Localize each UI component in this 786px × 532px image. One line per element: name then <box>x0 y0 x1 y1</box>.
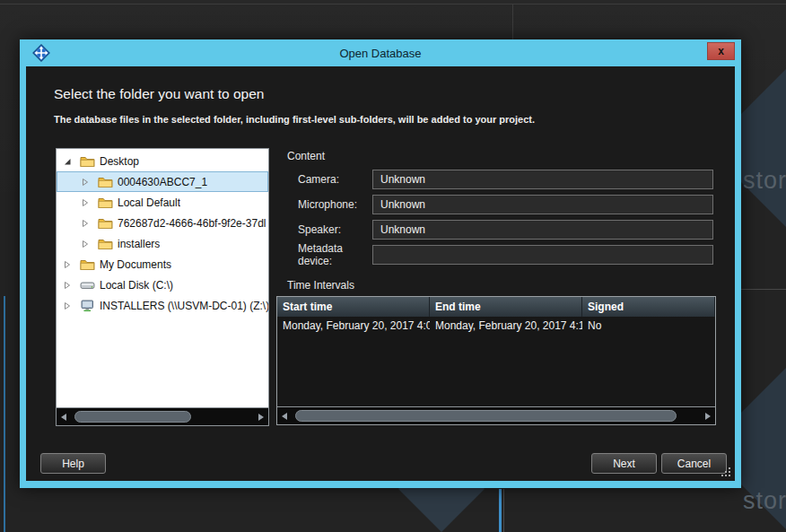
collapsed-arrow-icon[interactable] <box>63 260 72 269</box>
tree-item-my-documents[interactable]: My Documents <box>57 254 268 275</box>
workspace-divider-top <box>0 4 786 4</box>
tree-horizontal-scrollbar[interactable] <box>57 407 268 425</box>
metadata-device-field[interactable] <box>372 245 713 265</box>
collapsed-arrow-icon[interactable] <box>63 281 72 290</box>
tree-item-label: INSTALLERS (\\USVM-DC-01) (Z:\) <box>100 300 268 312</box>
end-time-cell: Monday, February 20, 2017 4:1 <box>430 317 582 335</box>
dialog-titlebar[interactable]: Open Database x <box>26 39 735 66</box>
tree-item-label: installers <box>118 238 160 250</box>
tree-item-installers[interactable]: installers <box>57 233 268 254</box>
column-header-signed[interactable]: Signed <box>582 297 715 317</box>
table-horizontal-scrollbar[interactable] <box>277 406 715 424</box>
tree-item-desktop[interactable]: Desktop <box>57 151 268 171</box>
collapsed-arrow-icon[interactable] <box>81 178 90 187</box>
workspace-divider-right <box>741 289 786 290</box>
close-button[interactable]: x <box>707 42 735 60</box>
collapsed-arrow-icon[interactable] <box>63 301 72 310</box>
metadata-device-label: Metadata device: <box>298 242 372 267</box>
tree-item-0004630abcc7-1[interactable]: 0004630ABCC7_1 <box>57 171 268 192</box>
speaker-field-row: Speaker: Unknown <box>298 220 713 240</box>
folder-icon <box>98 196 113 209</box>
camera-label: Camera: <box>298 173 372 186</box>
tree-item-label: Desktop <box>100 155 139 168</box>
microphone-field-row: Microphone: Unknown <box>298 195 713 214</box>
camera-field[interactable]: Unknown <box>372 170 713 189</box>
collapsed-arrow-icon[interactable] <box>81 219 90 228</box>
column-header-end-time[interactable]: End time <box>430 297 582 317</box>
table-empty-area <box>277 335 715 406</box>
folder-icon <box>98 176 113 188</box>
scroll-right-icon[interactable] <box>258 414 264 421</box>
speaker-label: Speaker: <box>298 223 372 236</box>
scrollbar-thumb[interactable] <box>295 410 677 422</box>
open-database-dialog: Open Database x Select the folder you wa… <box>20 39 741 488</box>
folder-icon <box>80 155 95 168</box>
folder-icon <box>98 217 113 230</box>
camera-field-row: Camera: Unknown <box>298 170 713 189</box>
speaker-field[interactable]: Unknown <box>372 220 713 240</box>
tree-item-network-drive-z[interactable]: INSTALLERS (\\USVM-DC-01) (Z:\) <box>57 295 268 316</box>
time-intervals-table: Start time End time Signed Monday, Febru… <box>276 296 716 425</box>
column-header-start-time[interactable]: Start time <box>277 297 430 317</box>
scroll-left-icon[interactable] <box>61 414 66 421</box>
next-button[interactable]: Next <box>591 453 657 474</box>
watermark-text: stor <box>743 167 786 195</box>
tree-item-local-default[interactable]: Local Default <box>57 192 268 213</box>
dialog-title: Open Database <box>26 47 735 60</box>
collapsed-arrow-icon[interactable] <box>81 198 90 207</box>
tree-item-label: 0004630ABCC7_1 <box>118 176 207 188</box>
microphone-label: Microphone: <box>298 198 372 211</box>
tree-item-label: Local Disk (C:\) <box>100 279 173 292</box>
workspace-pane-divider <box>503 489 504 532</box>
tree-item-local-disk-c[interactable]: Local Disk (C:\) <box>57 275 268 295</box>
page-title: Select the folder you want to open <box>54 86 264 102</box>
folder-icon <box>98 238 113 250</box>
start-time-cell: Monday, February 20, 2017 4:0 <box>277 317 430 335</box>
content-section-label: Content <box>287 150 325 162</box>
tree-item-label: 762687d2-4666-46bf-9f2e-37dl <box>118 217 266 230</box>
microphone-field[interactable]: Unknown <box>372 195 713 214</box>
selected-pane-border-left <box>4 296 5 532</box>
metadata-device-field-row: Metadata device: <box>298 245 713 265</box>
folder-tree: Desktop 0004630ABCC7_1 <box>56 148 269 426</box>
watermark-text: stor <box>743 487 786 515</box>
tree-item-762687d2[interactable]: 762687d2-4666-46bf-9f2e-37dl <box>57 213 268 233</box>
scroll-right-icon[interactable] <box>705 413 711 420</box>
signed-cell: No <box>582 317 715 335</box>
expanded-arrow-icon[interactable] <box>63 157 72 166</box>
folder-tree-list: Desktop 0004630ABCC7_1 <box>57 149 268 407</box>
page-subtitle: The database files in the selected folde… <box>54 114 535 125</box>
tree-item-label: My Documents <box>100 258 171 271</box>
table-row[interactable]: Monday, February 20, 2017 4:0 Monday, Fe… <box>277 317 715 335</box>
time-intervals-section-label: Time Intervals <box>287 279 354 292</box>
help-button[interactable]: Help <box>40 453 106 474</box>
scrollbar-thumb[interactable] <box>74 411 191 423</box>
network-drive-icon <box>80 300 95 312</box>
collapsed-arrow-icon[interactable] <box>81 240 90 249</box>
scroll-left-icon[interactable] <box>282 413 287 420</box>
folder-icon <box>80 258 95 271</box>
selected-pane-border <box>499 489 502 532</box>
content-fields: Camera: Unknown Microphone: Unknown Spea… <box>298 170 713 270</box>
dialog-body: Select the folder you want to open The d… <box>26 66 735 481</box>
cancel-button[interactable]: Cancel <box>661 453 727 474</box>
resize-grip[interactable] <box>719 465 732 478</box>
table-header-row: Start time End time Signed <box>277 297 715 317</box>
disk-drive-icon <box>80 279 95 292</box>
tree-item-label: Local Default <box>118 196 180 209</box>
